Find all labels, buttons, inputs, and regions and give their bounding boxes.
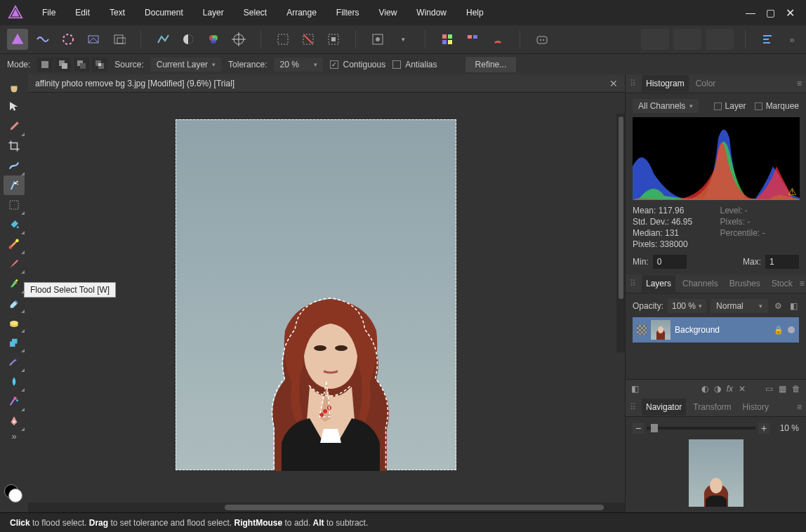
panel-grip-icon[interactable]: ⠿	[630, 279, 636, 288]
tool-retouch[interactable]	[4, 392, 25, 411]
crop-layer-icon[interactable]: ✕	[739, 384, 746, 394]
fx-icon[interactable]: ◑	[714, 384, 721, 394]
mode-intersect[interactable]	[92, 58, 107, 72]
minimize-button[interactable]: —	[741, 6, 760, 20]
lock-icon[interactable]: 🔒	[774, 326, 784, 335]
min-input[interactable]	[653, 255, 687, 269]
menu-window[interactable]: Window	[407, 2, 456, 23]
tool-clone[interactable]	[4, 313, 25, 333]
tool-gradient[interactable]	[4, 234, 25, 254]
toolbar-slot3[interactable]	[706, 29, 734, 50]
toolbar-autowhite[interactable]	[228, 29, 249, 50]
toolbar-align[interactable]	[462, 29, 483, 50]
tab-histogram[interactable]: Histogram	[642, 75, 689, 92]
toolbar-slot1[interactable]	[641, 29, 669, 50]
toolbar-slot2[interactable]	[673, 29, 701, 50]
tools-more[interactable]: »	[11, 431, 16, 441]
persona-liquify[interactable]	[32, 29, 53, 50]
tab-brushes[interactable]: Brushes	[725, 275, 765, 292]
layer-row-background[interactable]: Background 🔒	[633, 317, 799, 343]
gear-icon[interactable]: ⚙	[772, 300, 784, 312]
menu-document[interactable]: Document	[135, 2, 193, 23]
contiguous-checkbox[interactable]: ✓Contiguous	[330, 60, 385, 69]
persona-develop[interactable]	[58, 29, 79, 50]
tool-pen[interactable]	[4, 411, 25, 431]
layer-opts-icon[interactable]: ◧	[788, 300, 799, 312]
menu-layer[interactable]: Layer	[193, 2, 234, 23]
menu-text[interactable]: Text	[100, 2, 135, 23]
canvas[interactable]	[176, 119, 456, 470]
tool-dodge[interactable]	[4, 352, 25, 372]
tool-pixel[interactable]	[4, 274, 25, 293]
tool-view[interactable]	[4, 77, 25, 97]
group-icon[interactable]: ▭	[765, 384, 773, 394]
menu-arrange[interactable]: Arrange	[277, 2, 326, 23]
toolbar-quickmask[interactable]	[367, 29, 388, 50]
toolbar-autolevels[interactable]	[152, 29, 173, 50]
tool-marquee[interactable]	[4, 195, 25, 215]
adjustment-icon[interactable]: ◐	[701, 384, 708, 394]
tool-crop[interactable]	[4, 136, 25, 156]
persona-export[interactable]	[108, 29, 129, 50]
tool-flood-fill[interactable]	[4, 215, 25, 234]
navigator-preview[interactable]	[689, 439, 744, 507]
add-layer-icon[interactable]: ▦	[779, 384, 786, 394]
tool-selection-brush[interactable]	[4, 156, 25, 175]
tool-erase[interactable]	[4, 293, 25, 313]
layer-checkbox[interactable]: Layer	[714, 101, 746, 111]
panel-menu[interactable]: ≡	[797, 79, 802, 88]
channels-select[interactable]: All Channels▾	[633, 99, 699, 113]
tab-color[interactable]: Color	[692, 75, 720, 92]
panel-grip-icon[interactable]: ⠿	[630, 79, 636, 88]
tool-move[interactable]	[4, 97, 25, 117]
layer-visible-dot[interactable]	[788, 326, 795, 333]
panel-grip-icon[interactable]: ⠿	[630, 402, 636, 412]
toolbar-more[interactable]: »	[785, 29, 799, 50]
delete-layer-icon[interactable]: 🗑	[792, 384, 800, 394]
tab-channels[interactable]: Channels	[678, 275, 722, 292]
tab-transform[interactable]: Transform	[689, 399, 735, 415]
mode-add[interactable]	[55, 58, 71, 72]
tab-navigator[interactable]: Navigator	[642, 399, 686, 415]
refine-button[interactable]: Refine...	[465, 57, 517, 72]
tab-history[interactable]: History	[739, 399, 773, 415]
marquee-checkbox[interactable]: Marquee	[755, 101, 799, 111]
viewport[interactable]	[28, 93, 625, 503]
toolbar-account[interactable]	[531, 29, 553, 50]
tool-color-picker[interactable]	[4, 117, 25, 136]
zoom-in-button[interactable]: +	[758, 423, 769, 434]
tolerance-select[interactable]: 20 %▾	[274, 58, 323, 72]
color-swatches[interactable]	[4, 484, 24, 504]
menu-filters[interactable]: Filters	[326, 2, 369, 23]
toolbar-arrange[interactable]	[757, 29, 778, 50]
tool-blur[interactable]	[4, 372, 25, 392]
fx-text-icon[interactable]: fx	[727, 384, 733, 394]
tool-inpainting[interactable]	[4, 333, 25, 352]
blend-select[interactable]: Normal▾	[711, 299, 768, 313]
antialias-checkbox[interactable]: Antialias	[392, 60, 437, 69]
toolbar-grid[interactable]	[437, 29, 458, 50]
close-document[interactable]: ✕	[609, 78, 618, 89]
mode-new[interactable]	[37, 58, 53, 72]
mode-subtract[interactable]	[74, 58, 89, 72]
tab-stock[interactable]: Stock	[767, 275, 797, 292]
scrollbar-vertical[interactable]	[616, 114, 625, 352]
persona-photo[interactable]	[7, 29, 28, 50]
toolbar-crop-dropdown[interactable]: ▾	[392, 29, 414, 50]
toolbar-autocolors[interactable]	[203, 29, 224, 50]
zoom-slider[interactable]	[647, 427, 755, 430]
layer-visibility[interactable]	[637, 325, 647, 335]
zoom-out-button[interactable]: −	[633, 423, 644, 434]
persona-tone[interactable]	[83, 29, 104, 50]
scrollbar-horizontal[interactable]	[28, 503, 625, 512]
menu-select[interactable]: Select	[234, 2, 277, 23]
source-select[interactable]: Current Layer▾	[151, 58, 221, 72]
max-input[interactable]	[765, 255, 799, 269]
front-color[interactable]	[8, 488, 22, 503]
panel-menu[interactable]: ≡	[797, 402, 802, 412]
toolbar-autocontrast[interactable]	[178, 29, 199, 50]
tab-layers[interactable]: Layers	[642, 275, 675, 292]
toolbar-select-all[interactable]	[272, 29, 293, 50]
menu-edit[interactable]: Edit	[65, 2, 100, 23]
toolbar-snap[interactable]	[487, 29, 508, 50]
